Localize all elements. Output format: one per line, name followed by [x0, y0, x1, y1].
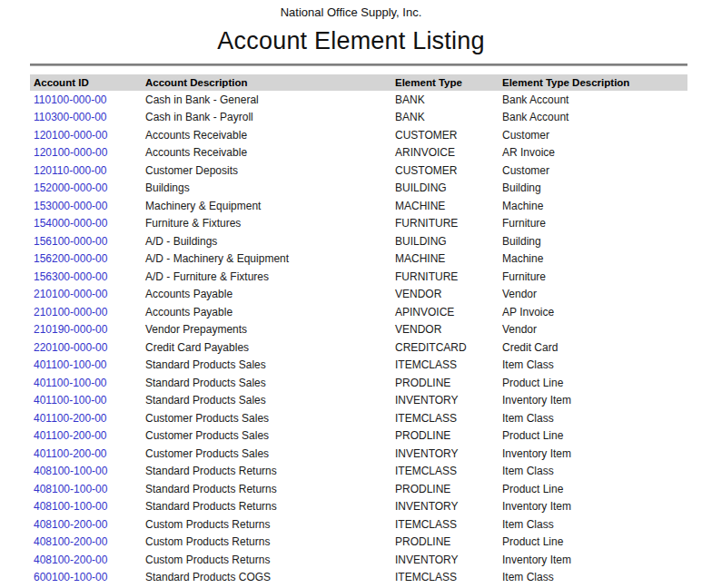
- element-type-description-text: Vendor: [502, 323, 537, 336]
- table-row: 401100-200-00Customer Products SalesPROD…: [30, 427, 687, 446]
- account-id-link[interactable]: 110100-000-00: [34, 93, 107, 106]
- account-id-link[interactable]: 110300-000-00: [34, 111, 107, 123]
- element-type-text: PRODLINE: [395, 535, 450, 548]
- account-description-cell: Machinery & Equipment: [142, 197, 391, 215]
- element-type-cell: ITEMCLASS: [391, 357, 499, 375]
- element-type-cell: CUSTOMER: [391, 126, 499, 144]
- account-id-link[interactable]: 120100-000-00: [34, 146, 107, 159]
- account-description-text: Standard Products Sales: [145, 358, 266, 371]
- account-description-cell: Custom Products Returns: [142, 534, 391, 552]
- element-type-text: VENDOR: [395, 288, 441, 300]
- account-id-link[interactable]: 408100-200-00: [34, 554, 107, 566]
- account-id-link[interactable]: 156200-000-00: [34, 252, 107, 265]
- account-description-cell: Customer Products Sales: [142, 427, 391, 446]
- account-id-link[interactable]: 156100-000-00: [34, 235, 107, 248]
- element-type-cell: BANK: [391, 91, 499, 109]
- account-id-link[interactable]: 152000-000-00: [34, 181, 107, 194]
- element-type-description-text: Furniture: [502, 270, 546, 283]
- title-divider-rule: [30, 64, 687, 66]
- element-type-cell: FURNITURE: [391, 268, 499, 286]
- element-type-description-text: Product Line: [502, 377, 563, 389]
- account-element-table: Account IDAccount DescriptionElement Typ…: [30, 74, 687, 586]
- account-id-link[interactable]: 120110-000-00: [34, 164, 107, 177]
- account-description-cell: Cash in Bank - General: [142, 91, 391, 109]
- element-type-description-text: Furniture: [502, 217, 546, 230]
- account-id-link[interactable]: 408100-100-00: [34, 465, 107, 477]
- account-id-link[interactable]: 408100-100-00: [34, 483, 107, 495]
- element-type-text: MACHINE: [395, 252, 445, 265]
- table-row: 220100-000-00Credit Card PayablesCREDITC…: [30, 338, 687, 357]
- account-id-link[interactable]: 401100-100-00: [34, 377, 107, 389]
- element-type-description-cell: Customer: [499, 126, 687, 144]
- account-description-text: Custom Products Returns: [145, 554, 270, 566]
- account-description-text: Customer Products Sales: [145, 447, 269, 460]
- table-header-row: Account IDAccount DescriptionElement Typ…: [30, 74, 687, 91]
- account-description-text: Custom Products Returns: [145, 518, 270, 531]
- account-id-link[interactable]: 401100-200-00: [34, 447, 107, 460]
- element-type-cell: ITEMCLASS: [391, 463, 499, 481]
- account-id-cell: 156300-000-00: [30, 268, 142, 286]
- element-type-cell: PRODLINE: [391, 480, 499, 498]
- column-header-element-type: Element Type: [391, 74, 499, 91]
- element-type-cell: PRODLINE: [391, 374, 499, 392]
- account-id-cell: 401100-200-00: [30, 445, 142, 463]
- element-type-text: ITEMCLASS: [395, 465, 457, 477]
- element-type-description-cell: Building: [499, 180, 687, 198]
- element-type-description-text: Inventory Item: [502, 554, 571, 566]
- element-type-cell: INVENTORY: [391, 392, 499, 410]
- account-id-link[interactable]: 156300-000-00: [34, 270, 107, 283]
- account-id-link[interactable]: 408100-100-00: [34, 500, 107, 513]
- element-type-description-text: Credit Card: [502, 341, 558, 354]
- account-id-link[interactable]: 120100-000-00: [34, 129, 107, 142]
- account-id-link[interactable]: 210100-000-00: [34, 288, 107, 300]
- account-id-link[interactable]: 401100-100-00: [34, 358, 107, 371]
- element-type-description-text: Machine: [502, 200, 543, 212]
- table-row: 408100-100-00Standard Products ReturnsPR…: [30, 480, 687, 498]
- table-row: 120100-000-00Accounts ReceivableCUSTOMER…: [30, 126, 687, 144]
- element-type-cell: BUILDING: [391, 232, 499, 250]
- element-type-text: ITEMCLASS: [395, 358, 457, 371]
- table-row: 120110-000-00Customer DepositsCUSTOMERCu…: [30, 162, 687, 180]
- account-description-cell: Custom Products Returns: [142, 551, 391, 569]
- account-id-link[interactable]: 153000-000-00: [34, 200, 107, 212]
- account-description-cell: Cash in Bank - Payroll: [142, 109, 391, 127]
- account-id-link[interactable]: 210100-000-00: [34, 306, 107, 318]
- account-id-cell: 120110-000-00: [30, 162, 142, 180]
- account-description-text: Standard Products Returns: [145, 483, 277, 495]
- account-id-cell: 154000-000-00: [30, 215, 142, 233]
- account-id-cell: 401100-100-00: [30, 374, 142, 392]
- table-row: 153000-000-00Machinery & EquipmentMACHIN…: [30, 197, 687, 215]
- element-type-description-text: Machine: [502, 252, 543, 265]
- account-id-link[interactable]: 401100-200-00: [34, 429, 107, 442]
- account-description-cell: Credit Card Payables: [142, 338, 391, 357]
- table-row: 210100-000-00Accounts PayableVENDORVendo…: [30, 286, 687, 304]
- column-header-element-type-description: Element Type Description: [499, 74, 687, 91]
- account-id-link[interactable]: 210190-000-00: [34, 323, 107, 336]
- column-header-account-description: Account Description: [142, 74, 391, 91]
- report-title: Account Element Listing: [0, 25, 702, 56]
- account-id-cell: 408100-200-00: [30, 551, 142, 569]
- element-type-description-cell: Item Class: [499, 515, 687, 534]
- account-id-cell: 156100-000-00: [30, 232, 142, 250]
- account-id-link[interactable]: 408100-200-00: [34, 535, 107, 548]
- table-row: 401100-200-00Customer Products SalesITEM…: [30, 409, 687, 427]
- account-id-link[interactable]: 401100-200-00: [34, 412, 107, 425]
- element-type-description-cell: AP Invoice: [499, 303, 687, 321]
- element-type-cell: BANK: [391, 109, 499, 127]
- account-id-cell: 210190-000-00: [30, 321, 142, 339]
- account-description-text: Cash in Bank - Payroll: [145, 111, 253, 123]
- account-id-cell: 600100-100-00: [30, 569, 142, 587]
- account-id-link[interactable]: 600100-100-00: [34, 571, 107, 583]
- account-id-link[interactable]: 220100-000-00: [34, 341, 107, 354]
- table-row: 210190-000-00Vendor PrepaymentsVENDORVen…: [30, 321, 687, 339]
- account-description-text: Customer Products Sales: [145, 429, 269, 442]
- account-id-cell: 120100-000-00: [30, 126, 142, 144]
- account-description-cell: Standard Products COGS: [142, 569, 391, 587]
- element-type-text: ITEMCLASS: [395, 571, 457, 583]
- account-id-link[interactable]: 154000-000-00: [34, 217, 107, 230]
- account-id-link[interactable]: 408100-200-00: [34, 518, 107, 531]
- account-description-text: A/D - Furniture & Fixtures: [145, 270, 269, 283]
- account-description-text: A/D - Machinery & Equipment: [145, 252, 289, 265]
- account-id-link[interactable]: 401100-100-00: [34, 394, 107, 407]
- company-name: National Office Supply, Inc.: [0, 0, 702, 20]
